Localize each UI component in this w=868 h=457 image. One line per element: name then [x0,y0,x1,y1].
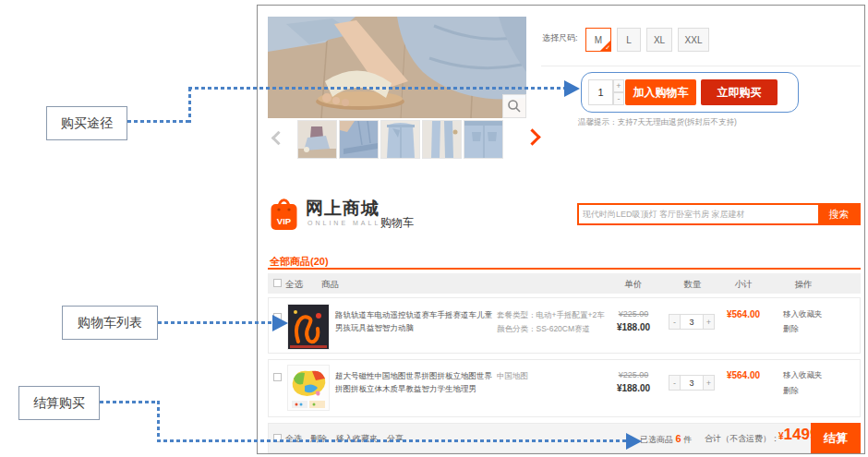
annotation-line [157,401,160,442]
search-bar: 搜索 [577,203,861,225]
annotation-arrowhead [272,315,288,331]
image-zoom-button[interactable] [502,94,526,118]
size-option-label: XXL [685,35,703,45]
row1-delete-link[interactable]: 删除 [783,324,799,335]
search-button[interactable]: 搜索 [818,204,860,224]
row1-qty-input[interactable] [681,314,703,330]
buybox-divider [541,66,861,66]
annotation-line [127,120,191,123]
thumbnail-3[interactable] [380,120,420,159]
row1-price: ¥188.00 [617,322,650,332]
thumbnail-5[interactable] [464,120,503,159]
row2-checkbox[interactable] [273,373,282,381]
row2-qty-minus-button[interactable]: - [669,375,681,391]
race-track-toy-illustration [288,305,329,349]
annotation-checkout: 结算购买 [18,386,100,420]
row2-original-price: ¥225.00 [619,370,649,379]
size-option-label: L [626,35,632,45]
return-policy-tip: 温馨提示：支持7天无理由退货(拆封后不支持) [578,117,737,128]
column-actions: 操作 [795,279,813,291]
column-select-all: 全选 [285,279,303,291]
search-input[interactable] [583,205,818,223]
annotation-line [188,87,564,90]
selected-suffix: 件 [683,435,692,444]
quantity-decrease-button[interactable]: - [613,92,624,105]
row1-spec-2: 颜色分类：SS-620CM赛道 [497,324,590,335]
checkout-button[interactable]: 结算 [811,423,861,453]
chevron-left-icon [271,131,286,146]
tab-all-items[interactable]: 全部商品(20) [270,255,329,269]
chevron-right-icon [524,128,540,145]
row2-qty-plus-button[interactable]: + [703,375,715,391]
row1-qty-minus-button[interactable]: - [669,314,681,330]
row2-product-title[interactable]: 超大号磁性中国地图世界拼图拼板立地图世界拼图拼板立体木质早教益智力学生地理男 [335,369,494,395]
annotation-line [100,401,160,403]
column-quantity: 数量 [684,279,702,291]
annotation-cart-list: 购物车列表 [62,306,158,340]
add-to-cart-button[interactable]: 加入购物车 [625,79,696,105]
annotation-purchase-path: 购买途径 [46,106,127,140]
mall-logo[interactable]: VIP [271,193,297,235]
row2-spec-1: 中国地图 [497,371,528,382]
column-subtotal: 小计 [735,279,753,291]
mall-subtitle: ONLINE MALL [307,220,380,226]
svg-text:VIP: VIP [277,216,292,226]
gallery-next-button[interactable] [526,131,538,143]
annotation-line [157,439,626,442]
row2-product-image[interactable] [287,365,330,411]
tab-underline [268,268,861,270]
size-option-m[interactable]: M ✓ [585,28,611,52]
total-label: 合计（不含运费）： [705,433,779,445]
quantity-input[interactable] [588,79,613,105]
selected-items-text: 已选商品 6 件 [640,433,692,446]
row2-quantity-stepper: - + [669,375,715,391]
row1-subtotal: ¥564.00 [727,309,760,319]
select-all-checkbox[interactable] [273,279,282,287]
row1-product-title[interactable]: 路轨轨道车电动遥控轨道赛车手摇赛道车儿童男孩玩具益智智力动脑 [335,308,494,334]
row1-move-to-favorites-link[interactable]: 移入收藏夹 [783,309,823,320]
size-label: 选择尺码: [542,32,578,44]
product-photo-illustration [268,17,526,118]
annotation-line [188,88,191,123]
thumbnail-4[interactable] [422,120,462,159]
row1-spec-1: 套餐类型：电动+手摇配置+2车 [497,310,605,321]
page: 选择尺码: M ✓ L XL XXL + - 加入购物车 立即购买 温馨提示：支… [0,0,868,457]
row2-move-to-favorites-link[interactable]: 移入收藏夹 [783,370,823,381]
thumbnail-2[interactable] [339,120,379,159]
mall-title: 网上商城 [306,197,380,221]
annotation-arrowhead [626,433,642,450]
annotation-arrowhead [564,80,580,97]
gallery-prev-button[interactable] [273,133,283,143]
table-header: 全选 商品 单价 数量 小计 操作 [268,273,861,294]
china-map-puzzle-illustration [288,366,329,410]
page-title: 购物车 [380,215,414,231]
selected-count: 6 [676,433,681,444]
row2-price: ¥188.00 [617,383,650,393]
row1-qty-plus-button[interactable]: + [703,314,715,330]
size-option-l[interactable]: L [617,28,641,52]
vip-shopping-bag-icon: VIP [271,193,297,231]
selected-prefix: 已选商品 [640,435,673,444]
size-option-xl[interactable]: XL [646,28,672,52]
size-option-xxl[interactable]: XXL [678,28,709,52]
product-main-image[interactable] [268,17,526,118]
row1-original-price: ¥225.00 [619,309,649,319]
row2-delete-link[interactable]: 删除 [783,386,799,397]
column-product: 商品 [321,279,339,291]
row1-product-image[interactable] [287,304,330,350]
row1-quantity-stepper: - + [669,314,715,330]
check-icon: ✓ [605,44,610,52]
annotation-line [158,321,272,324]
row2-subtotal: ¥564.00 [727,370,760,380]
buy-now-button[interactable]: 立即购买 [701,79,778,105]
size-option-label: XL [654,35,665,45]
thumbnail-1[interactable] [297,120,337,159]
magnifier-icon [507,99,522,114]
column-unit-price: 单价 [625,279,643,291]
row2-qty-input[interactable] [681,375,703,391]
quantity-increase-button[interactable]: + [613,79,624,92]
